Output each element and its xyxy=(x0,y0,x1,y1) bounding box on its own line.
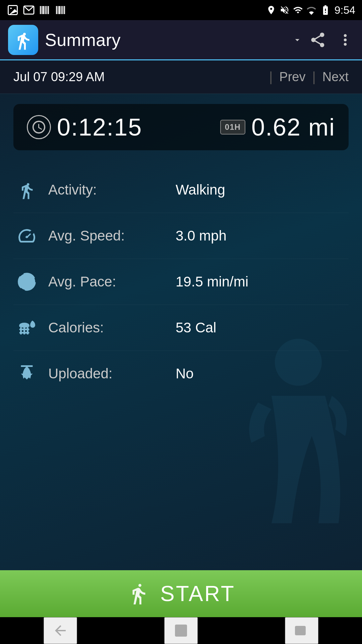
svg-rect-13 xyxy=(61,6,61,14)
speed-icon xyxy=(13,222,40,249)
activity-value: Walking xyxy=(176,182,225,198)
status-icons-right: 9:54 xyxy=(266,4,355,16)
avg-speed-label: Avg. Speed: xyxy=(48,228,176,244)
dist-badge: 01H xyxy=(220,120,245,135)
svg-rect-8 xyxy=(47,6,48,14)
back-button[interactable] xyxy=(44,617,77,644)
prev-button[interactable]: Prev xyxy=(279,70,305,84)
activity-label: Activity: xyxy=(48,182,176,198)
svg-point-20 xyxy=(25,280,28,283)
svg-point-1 xyxy=(10,8,12,9)
activity-icon xyxy=(13,176,40,203)
avg-pace-row: Avg. Pace: 19.5 min/mi xyxy=(13,259,349,305)
svg-rect-14 xyxy=(62,6,63,14)
calories-label: Calories: xyxy=(48,320,176,336)
start-button[interactable]: START xyxy=(0,570,362,617)
svg-point-25 xyxy=(138,584,141,587)
more-icon[interactable] xyxy=(337,31,354,49)
mute-icon xyxy=(280,5,290,15)
image-icon xyxy=(7,4,19,16)
nav-date: Jul 07 09:29 AM xyxy=(13,70,105,84)
next-button[interactable]: Next xyxy=(322,70,349,84)
distance-value: 0.62 mi xyxy=(251,113,335,141)
share-icon[interactable] xyxy=(309,31,326,49)
avg-speed-row: Avg. Speed: 3.0 mph xyxy=(13,213,349,259)
svg-rect-3 xyxy=(40,6,41,14)
svg-rect-7 xyxy=(46,6,47,14)
watermark-figure xyxy=(201,335,362,537)
app-title: Summary xyxy=(45,30,286,50)
upload-icon xyxy=(13,360,40,387)
svg-rect-4 xyxy=(42,6,42,14)
mail-icon xyxy=(23,4,35,16)
svg-rect-6 xyxy=(45,6,45,14)
svg-rect-12 xyxy=(59,6,60,14)
start-button-label: START xyxy=(160,581,235,606)
bottom-nav xyxy=(0,617,362,644)
app-icon xyxy=(8,25,38,55)
uploaded-value: No xyxy=(176,366,194,382)
svg-rect-10 xyxy=(56,6,57,14)
calories-value: 53 Cal xyxy=(176,320,216,336)
recents-icon xyxy=(294,623,310,639)
status-icons-left xyxy=(7,4,67,16)
svg-rect-22 xyxy=(19,324,29,327)
main-content: 0:12:15 01H 0.62 mi Activity: Walking Av… xyxy=(0,94,362,570)
svg-rect-23 xyxy=(19,329,29,330)
stats-box: 0:12:15 01H 0.62 mi xyxy=(13,104,349,150)
svg-rect-9 xyxy=(48,6,49,14)
start-runner-icon xyxy=(127,582,150,605)
location-icon xyxy=(266,5,276,15)
dropdown-icon xyxy=(292,35,302,45)
barcode2-icon xyxy=(55,4,67,16)
svg-rect-16 xyxy=(64,6,65,14)
avg-pace-label: Avg. Pace: xyxy=(48,274,176,290)
svg-rect-26 xyxy=(175,625,187,637)
avg-speed-value: 3.0 mph xyxy=(176,228,227,244)
svg-rect-27 xyxy=(295,626,306,635)
svg-point-18 xyxy=(275,339,322,386)
header-actions xyxy=(309,31,354,49)
svg-rect-15 xyxy=(63,6,64,14)
home-icon xyxy=(173,623,189,639)
svg-rect-5 xyxy=(43,6,44,14)
nav-bar: Jul 07 09:29 AM | Prev | Next xyxy=(0,60,362,94)
back-icon xyxy=(52,623,68,639)
running-icon xyxy=(12,29,34,51)
calories-icon xyxy=(13,314,40,341)
app-bar: Summary xyxy=(0,20,362,60)
battery-icon xyxy=(320,4,331,16)
distance-stat: 01H 0.62 mi xyxy=(220,113,335,141)
uploaded-label: Uploaded: xyxy=(48,366,176,382)
avg-pace-value: 19.5 min/mi xyxy=(176,274,248,290)
status-time: 9:54 xyxy=(335,4,355,16)
svg-rect-24 xyxy=(19,332,29,334)
status-bar: 9:54 xyxy=(0,0,362,20)
wifi-icon xyxy=(293,5,303,15)
activity-row: Activity: Walking xyxy=(13,167,349,213)
pace-icon xyxy=(13,268,40,295)
svg-rect-11 xyxy=(58,6,58,14)
recents-button[interactable] xyxy=(285,617,318,644)
duration-stat: 0:12:15 xyxy=(27,113,142,141)
signal-icon xyxy=(306,5,316,15)
duration-value: 0:12:15 xyxy=(57,113,142,141)
home-button[interactable] xyxy=(164,617,198,644)
barcode1-icon xyxy=(39,4,51,16)
clock-icon xyxy=(31,119,47,135)
